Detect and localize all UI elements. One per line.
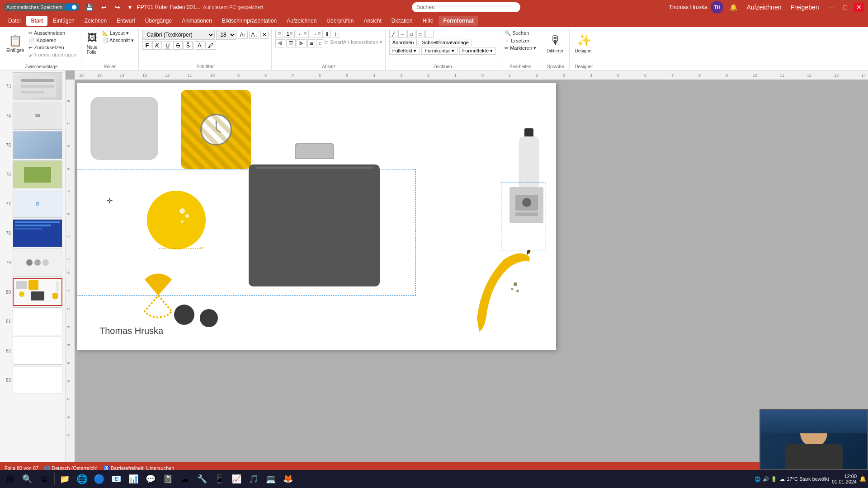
- shape-dark-circle-2[interactable]: [200, 309, 218, 327]
- notification-button[interactable]: 🔔: [859, 476, 866, 482]
- taskbar-outlook[interactable]: 📧: [108, 471, 124, 487]
- list-numbers-button[interactable]: 1≡: [284, 30, 295, 38]
- autosave-toggle[interactable]: Automatisches Speichern: [4, 3, 80, 11]
- increase-font-button[interactable]: A↑: [238, 31, 248, 39]
- share-button[interactable]: Aufzeichnen: [744, 3, 784, 12]
- font-color-button[interactable]: A: [195, 41, 204, 50]
- anordnen-button[interactable]: Anordnen: [389, 39, 417, 46]
- taskbar-start[interactable]: ⊞: [2, 471, 18, 487]
- fuelleffekt-button[interactable]: Fülleffekt ▾: [389, 47, 420, 55]
- layout-button[interactable]: 📐 Layout ▾: [100, 30, 136, 37]
- slide-thumb-73[interactable]: 73: [2, 72, 63, 100]
- slide-thumb-79[interactable]: 79: [2, 249, 63, 277]
- align-center-button[interactable]: ☰: [286, 39, 296, 47]
- shape-rounded[interactable]: ▭: [416, 30, 425, 38]
- slide-thumb-76[interactable]: 76: [2, 160, 63, 188]
- menu-ansicht[interactable]: Ansicht: [359, 16, 386, 26]
- minimize-button[interactable]: —: [826, 3, 837, 12]
- taskbar-app3[interactable]: 🎵: [245, 471, 262, 487]
- ersetzen-button[interactable]: ↔ Ersetzen: [503, 38, 532, 44]
- slide-thumb-77[interactable]: 77 🗄: [2, 190, 63, 218]
- menu-start[interactable]: Start: [26, 16, 47, 26]
- taskbar-teams[interactable]: 💬: [142, 471, 159, 487]
- slide-thumb-81[interactable]: 81: [2, 307, 63, 335]
- menu-zeichnen[interactable]: Zeichnen: [80, 16, 111, 26]
- align-left-button[interactable]: ⫷: [275, 39, 285, 47]
- slide-thumb-75[interactable]: 75: [2, 131, 63, 159]
- italic-button[interactable]: K: [152, 41, 162, 50]
- close-button[interactable]: ✕: [854, 3, 864, 12]
- menu-ueberpruefen[interactable]: Überprüfen: [322, 16, 358, 26]
- undo-button[interactable]: ↩: [99, 3, 109, 12]
- taskbar-search[interactable]: 🔍: [19, 471, 35, 487]
- menu-entwurf[interactable]: Entwurf: [112, 16, 140, 26]
- canvas-area[interactable]: 16 15 14 13 12 11 10 9 8 7 6 5 4 3 2 1 0…: [66, 70, 868, 462]
- menu-dictation[interactable]: Dictation: [387, 16, 417, 26]
- slide-thumb-80[interactable]: 80: [2, 278, 63, 306]
- shape-banana[interactable]: [472, 246, 531, 336]
- ribbon-display-button[interactable]: 🔔: [727, 3, 740, 12]
- shape-dark-circle-1[interactable]: [174, 305, 194, 325]
- align-right-button[interactable]: ⫸: [297, 39, 307, 47]
- taskbar-excel[interactable]: 📈: [228, 471, 245, 487]
- slide-panel[interactable]: 73 74 ⌨ 75 76: [0, 70, 66, 462]
- menu-uebergaenge[interactable]: Übergänge: [141, 16, 176, 26]
- freigeben-button[interactable]: Freigeben: [788, 3, 821, 12]
- taskbar-explorer[interactable]: 📁: [57, 471, 73, 487]
- save-button[interactable]: 💾: [83, 3, 96, 12]
- underline-button[interactable]: U: [163, 41, 172, 50]
- increase-indent-button[interactable]: →≡: [310, 30, 323, 38]
- taskbar-app4[interactable]: 💻: [263, 471, 279, 487]
- menu-hilfe[interactable]: Hilfe: [418, 16, 438, 26]
- taskbar-azure[interactable]: ☁: [177, 471, 193, 487]
- strikethrough-button[interactable]: S: [173, 41, 183, 50]
- ausschneiden-button[interactable]: ✂ Ausschneiden: [27, 30, 78, 37]
- text-direction-button[interactable]: ↕: [332, 30, 339, 38]
- slide-thumb-78[interactable]: 78: [2, 219, 63, 247]
- shape-yellow-circle[interactable]: →: [147, 191, 206, 249]
- menu-formformat[interactable]: Formformat: [439, 16, 478, 26]
- shape-rect[interactable]: □: [407, 30, 415, 38]
- font-size-selector[interactable]: 18: [216, 30, 236, 40]
- menu-aufzeichnen[interactable]: Aufzeichnen: [282, 16, 321, 26]
- formkontur-button[interactable]: Formkontur ▾: [421, 47, 457, 55]
- maximize-button[interactable]: □: [841, 3, 850, 12]
- more-tools-button[interactable]: ▾: [126, 3, 134, 12]
- shape-gray-rect[interactable]: [90, 97, 158, 160]
- taskbar-edge[interactable]: 🌐: [74, 471, 90, 487]
- decrease-font-button[interactable]: A↓: [249, 31, 259, 39]
- weather-widget[interactable]: ☁ 17°C Stark bewölkt: [780, 476, 829, 482]
- suchen-button[interactable]: 🔍 Suchen: [503, 30, 531, 37]
- search-input[interactable]: [412, 2, 520, 12]
- list-bullets-button[interactable]: ≡: [275, 30, 283, 38]
- clear-format-button[interactable]: ✕: [260, 31, 269, 39]
- menu-bildschirm[interactable]: Bildschirmpräsentation: [217, 16, 281, 26]
- font-name-selector[interactable]: Calibri (Textkörper): [142, 30, 215, 40]
- taskbar-chrome[interactable]: 🔵: [91, 471, 107, 487]
- autosave-toggle-switch[interactable]: [65, 4, 77, 10]
- neue-folie-button[interactable]: 🖼 NeueFolie: [85, 30, 99, 57]
- designer-button[interactable]: ✨ Designer: [573, 30, 595, 57]
- shape-arrow[interactable]: →: [398, 30, 406, 38]
- shape-radio-device[interactable]: [509, 187, 543, 223]
- diktieren-button[interactable]: 🎙 Diktieren: [545, 30, 566, 57]
- taskbar-app2[interactable]: 📱: [211, 471, 227, 487]
- kopieren-button[interactable]: 📄 Kopieren: [27, 37, 78, 44]
- taskbar-taskview[interactable]: ⧉: [36, 471, 52, 487]
- highlight-button[interactable]: 🖍: [205, 42, 216, 50]
- decrease-indent-button[interactable]: ←≡: [296, 30, 309, 38]
- bold-button[interactable]: F: [142, 41, 151, 50]
- menu-einfuegen[interactable]: Einfügen: [48, 16, 79, 26]
- line-spacing-button[interactable]: ↕: [316, 39, 323, 47]
- slide-thumb-83[interactable]: 83: [2, 366, 63, 394]
- menu-animationen[interactable]: Animationen: [177, 16, 217, 26]
- slide-canvas[interactable]: → ✛: [77, 83, 556, 350]
- slide-thumb-82[interactable]: 82: [2, 337, 63, 365]
- menu-datei[interactable]: Datei: [4, 16, 25, 26]
- formeffekte-button[interactable]: Formeffekte ▾: [459, 47, 496, 55]
- abschnitt-button[interactable]: 📑 Abschnitt ▾: [100, 37, 136, 44]
- slide-thumb-74[interactable]: 74 ⌨: [2, 102, 63, 130]
- einfuegen-button[interactable]: 📋 Einfügen: [5, 30, 26, 57]
- shape-more[interactable]: ⋯: [425, 30, 434, 38]
- shape-yellow-box[interactable]: [181, 90, 251, 169]
